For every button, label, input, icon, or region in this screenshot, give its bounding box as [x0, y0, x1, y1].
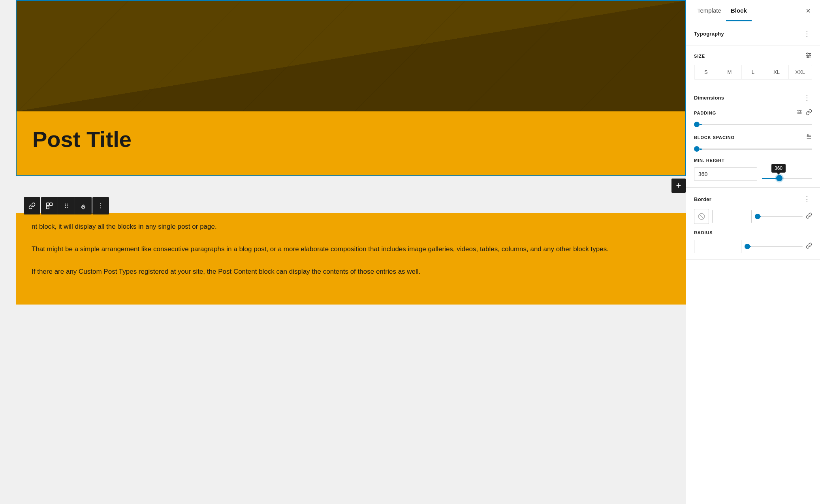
svg-point-3 [65, 203, 66, 204]
block-spacing-slider[interactable] [694, 146, 812, 152]
svg-point-5 [65, 205, 66, 206]
panel-tabs: Template Block × [686, 0, 820, 22]
featured-image [17, 1, 685, 111]
size-btn-s[interactable]: S [694, 65, 718, 79]
nested-block-button[interactable] [41, 197, 58, 214]
block-wrapper: Post Title [16, 0, 686, 176]
padding-link-button[interactable] [806, 109, 812, 117]
block-link-button[interactable] [24, 197, 40, 214]
more-options-button[interactable] [92, 197, 109, 214]
paragraph-2: That might be a simple arrangement like … [32, 244, 670, 255]
settings-panel: Template Block × Typography ⋮ SIZE [686, 0, 820, 504]
min-height-label-row: MIN. HEIGHT [694, 158, 812, 163]
svg-point-16 [809, 55, 811, 56]
size-btn-l[interactable]: L [741, 65, 765, 79]
size-btn-xxl[interactable]: XXL [788, 65, 812, 79]
min-height-row: px 360 [694, 167, 812, 181]
drag-handle-button[interactable] [58, 197, 75, 214]
add-block-button[interactable]: + [671, 179, 686, 193]
border-input-row: px [694, 209, 812, 224]
chevron-updown-icon [80, 202, 87, 209]
typography-label: Typography [694, 31, 724, 37]
size-section: SIZE S M L XL XXL [686, 45, 820, 86]
svg-point-4 [67, 203, 68, 204]
radius-fill [750, 246, 751, 247]
size-btn-xl[interactable]: XL [765, 65, 789, 79]
svg-line-28 [700, 214, 703, 218]
move-up-down-button[interactable] [75, 197, 92, 214]
tab-template[interactable]: Template [692, 1, 726, 21]
min-height-tooltip: 360 [771, 164, 786, 173]
radius-input-row: px [694, 240, 812, 253]
typography-menu-button[interactable]: ⋮ [802, 28, 812, 39]
radius-slider[interactable] [745, 244, 803, 249]
tab-block[interactable]: Block [726, 1, 752, 21]
radius-input-group: px [694, 240, 741, 253]
padding-label: PADDING [694, 111, 716, 115]
paragraph-1: nt block, it will display all the blocks… [32, 221, 670, 233]
dimensions-menu-button[interactable]: ⋮ [802, 92, 812, 103]
border-menu-button[interactable]: ⋮ [802, 194, 812, 204]
min-height-subsection: MIN. HEIGHT px 360 [694, 158, 812, 181]
radius-input[interactable] [694, 240, 741, 253]
size-filter-button[interactable] [805, 52, 812, 60]
radius-dot [745, 244, 750, 249]
post-content-block: Post Title [17, 111, 685, 175]
border-fill [760, 216, 761, 217]
svg-point-8 [67, 207, 68, 208]
toolbar-group-2 [41, 197, 92, 214]
size-label-text: SIZE [694, 54, 705, 58]
padding-slider[interactable] [694, 122, 812, 127]
svg-point-22 [800, 112, 801, 113]
border-icon-box [694, 209, 709, 224]
block-spacing-fill [700, 149, 702, 150]
canvas-area: Post Title + [0, 0, 686, 504]
more-vertical-icon [97, 202, 104, 209]
border-section: Border ⋮ px [686, 188, 820, 260]
padding-sliders-button[interactable] [796, 109, 803, 117]
radius-link-icon [806, 243, 812, 249]
radius-label-row: RADIUS [694, 230, 812, 235]
border-slider[interactable] [755, 214, 803, 219]
svg-point-17 [807, 56, 809, 58]
svg-point-15 [807, 53, 808, 54]
size-btn-m[interactable]: M [718, 65, 742, 79]
min-height-thumb[interactable]: 360 [776, 175, 782, 181]
block-spacing-track [700, 149, 812, 150]
dimensions-header[interactable]: Dimensions ⋮ [694, 92, 812, 103]
radius-subsection: RADIUS px [694, 230, 812, 253]
svg-point-11 [100, 207, 101, 208]
size-buttons-group: S M L XL XXL [694, 65, 812, 79]
svg-point-6 [67, 205, 68, 206]
paragraph-3: If there are any Custom Post Types regis… [32, 266, 670, 278]
border-link-button[interactable] [806, 213, 812, 220]
radius-link-button[interactable] [806, 243, 812, 250]
min-height-input-group: px [694, 167, 757, 181]
min-height-slider[interactable]: 360 [762, 178, 812, 179]
border-header[interactable]: Border ⋮ [694, 194, 812, 204]
svg-point-21 [798, 110, 799, 111]
nested-link-icon [46, 202, 53, 209]
dots-icon [63, 202, 70, 209]
block-spacing-sliders-button[interactable] [806, 134, 812, 141]
border-slider-track [760, 216, 803, 217]
post-title: Post Title [32, 127, 669, 152]
link-icon [28, 202, 36, 209]
block-spacing-dot [694, 146, 700, 152]
min-height-input[interactable] [694, 168, 757, 181]
typography-section: Typography ⋮ [686, 22, 820, 45]
block-spacing-label: BLOCK SPACING [694, 135, 735, 140]
panel-close-button[interactable]: × [803, 3, 814, 19]
post-content-area: nt block, it will display all the blocks… [16, 213, 686, 305]
toolbar-group-1 [24, 197, 40, 214]
border-slider-dot [755, 214, 760, 219]
typography-header[interactable]: Typography ⋮ [694, 28, 812, 39]
no-border-icon [698, 213, 705, 220]
border-width-input[interactable] [713, 210, 752, 223]
border-input-group: px [712, 210, 752, 223]
svg-rect-0 [47, 203, 49, 206]
svg-point-9 [100, 203, 101, 204]
padding-sliders-icon [796, 109, 803, 115]
radius-label: RADIUS [694, 230, 713, 235]
padding-slider-track [700, 124, 812, 125]
